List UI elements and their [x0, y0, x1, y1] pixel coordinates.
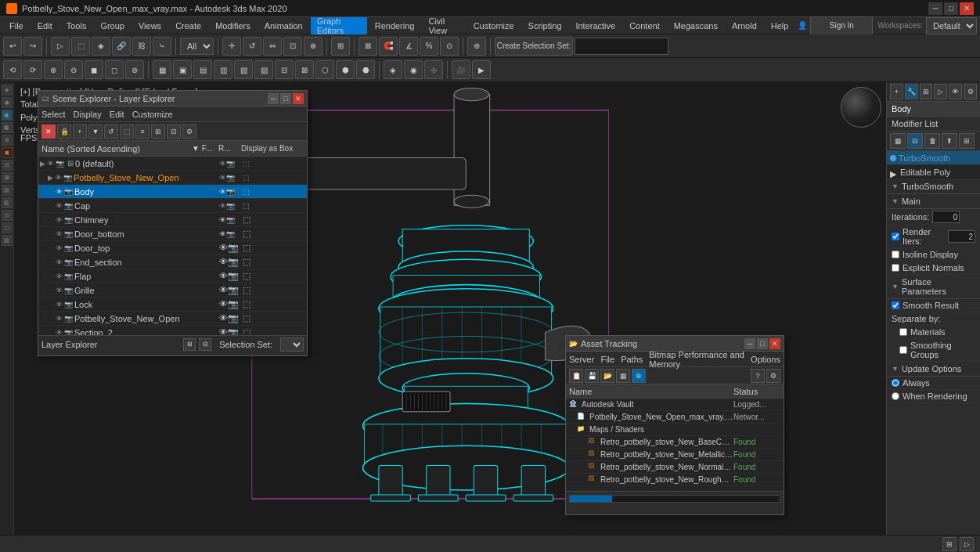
- tb2-btn8[interactable]: ▦: [153, 60, 171, 79]
- left-strip-icon-7[interactable]: ⊟: [2, 160, 13, 171]
- menu-civil-view[interactable]: Civil View: [422, 17, 465, 34]
- at-icon-3[interactable]: 📂: [600, 369, 614, 383]
- se-icon-close-x[interactable]: ✕: [41, 124, 56, 139]
- tb2-btn10[interactable]: ▤: [193, 60, 212, 79]
- bind-to-space-warp[interactable]: ⤷: [153, 37, 171, 56]
- smooth-result-checkbox[interactable]: [892, 301, 899, 309]
- maximize-button[interactable]: □: [944, 2, 958, 15]
- frp-create-icon[interactable]: +: [890, 84, 903, 99]
- at-icon-help[interactable]: ?: [751, 369, 765, 383]
- pivot-button[interactable]: ⊠: [358, 37, 377, 56]
- list-item[interactable]: 👁📷 Section_2 👁📷⬚: [38, 326, 307, 335]
- se-icon-expand[interactable]: ⊞: [151, 124, 165, 139]
- snap-toggle[interactable]: 🧲: [379, 37, 398, 56]
- sign-in-button[interactable]: Sign In: [810, 16, 873, 35]
- tb2-btn6[interactable]: ◻: [105, 60, 124, 79]
- list-item[interactable]: 👁 📷 Body 👁📷 ⬚: [38, 185, 307, 199]
- frp-mod-icon-tab5[interactable]: ⊞: [959, 133, 975, 149]
- materials-checkbox[interactable]: [899, 328, 907, 336]
- list-item[interactable]: 🖼 Retro_potbelly_stove_New_Roughness.png…: [566, 474, 784, 486]
- left-strip-icon-9[interactable]: ▤: [2, 185, 13, 196]
- se-footer-btn2[interactable]: ⊟: [199, 338, 211, 351]
- frp-update-options-header[interactable]: ▼ Update Options: [887, 362, 980, 377]
- tb2-btn17[interactable]: ⬢: [336, 60, 355, 79]
- frp-editablepoly-item[interactable]: ▶ Editable Poly: [887, 165, 980, 179]
- viewport[interactable]: [+] [Perspective] [User Defined] [Edged …: [14, 82, 886, 535]
- left-strip-icon-13[interactable]: ▧: [2, 235, 13, 246]
- status-grid-btn[interactable]: ⊞: [942, 537, 957, 551]
- list-item[interactable]: 👁📷 Grille 👁📷⬚: [38, 283, 307, 298]
- frp-main-header[interactable]: ▼ Main: [887, 194, 980, 209]
- list-item[interactable]: 🖼 Retro_potbelly_stove_New_Normal.png Fo…: [566, 461, 784, 474]
- menu-rendering[interactable]: Rendering: [369, 17, 421, 34]
- menu-arnold[interactable]: Arnold: [726, 17, 763, 34]
- at-icon-settings[interactable]: ⚙: [766, 369, 780, 383]
- menu-graph-editors[interactable]: Graph Editors: [311, 17, 367, 34]
- list-item[interactable]: 🏦 Autodesk Vault Logged...: [566, 399, 784, 411]
- se-icon-col[interactable]: ⬚: [120, 124, 134, 139]
- frp-turbosmooth-item[interactable]: TurboSmooth: [887, 151, 980, 165]
- list-item[interactable]: 📄 Potbelly_Stove_New_Open_max_vray.max N…: [566, 411, 784, 424]
- unlink-button[interactable]: ⛓: [132, 37, 151, 56]
- when-rendering-radio[interactable]: [892, 392, 899, 400]
- scale-button[interactable]: ⇔: [263, 37, 282, 56]
- menu-create[interactable]: Create: [169, 17, 207, 34]
- tb2-btn14[interactable]: ⊟: [275, 60, 294, 79]
- menu-views[interactable]: Views: [132, 17, 168, 34]
- left-strip-icon-5[interactable]: ⊕: [2, 135, 13, 146]
- left-strip-icon-2[interactable]: ◉: [2, 97, 13, 108]
- frp-surface-params-header[interactable]: ▼ Surface Parameters: [887, 275, 980, 299]
- se-icon-refresh[interactable]: ↺: [104, 124, 118, 139]
- left-strip-icon-6[interactable]: ◼: [2, 147, 13, 158]
- select-button[interactable]: ▷: [51, 37, 70, 56]
- angle-snap[interactable]: ∡: [399, 37, 418, 56]
- se-menu-customize[interactable]: Customize: [132, 110, 173, 119]
- list-item[interactable]: 🖼 Retro_potbelly_stove_New_Metallic.png …: [566, 449, 784, 461]
- link-button[interactable]: 🔗: [112, 37, 131, 56]
- se-menu-display[interactable]: Display: [74, 110, 102, 119]
- se-icon-sort[interactable]: ≡: [135, 124, 150, 139]
- menu-content[interactable]: Content: [623, 17, 666, 34]
- at-close-button[interactable]: ✕: [769, 338, 780, 349]
- tb2-render-prod[interactable]: ▶: [472, 60, 491, 79]
- list-item[interactable]: 📁 Maps / Shaders: [566, 424, 784, 436]
- left-strip-icon-12[interactable]: ◻: [2, 222, 13, 233]
- minimize-button[interactable]: ─: [928, 2, 942, 15]
- select-and-scale-btn[interactable]: ⊡: [283, 37, 302, 56]
- explicit-normals-checkbox[interactable]: [892, 264, 899, 272]
- se-icon-lock[interactable]: 🔒: [57, 124, 71, 139]
- list-item[interactable]: 🖼 Retro_potbelly_stove_New_BaseColor.png…: [566, 436, 784, 449]
- tb2-btn3[interactable]: ⊕: [44, 60, 63, 79]
- tb2-btn12[interactable]: ▧: [234, 60, 253, 79]
- tb2-btn7[interactable]: ⊛: [125, 60, 144, 79]
- left-strip-icon-8[interactable]: ⊠: [2, 172, 13, 183]
- se-footer-btn1[interactable]: ⊞: [183, 338, 196, 351]
- at-restore-button[interactable]: □: [757, 338, 768, 349]
- list-item[interactable]: 👁📷 Chimney 👁📷⬚: [38, 213, 307, 227]
- tb2-btn4[interactable]: ⊖: [64, 60, 83, 79]
- workspaces-dropdown[interactable]: Default: [926, 17, 977, 34]
- frp-mod-icon-tab1[interactable]: ▦: [890, 133, 906, 149]
- tb2-btn5[interactable]: ◼: [85, 60, 103, 79]
- list-item[interactable]: ▶ 👁 📷 ⊞ 0 (default) 👁📷 ⬚: [38, 157, 307, 171]
- menu-interactive[interactable]: Interactive: [569, 17, 622, 34]
- filter-dropdown[interactable]: All: [180, 38, 214, 55]
- menu-file[interactable]: File: [3, 17, 30, 34]
- render-iters-input[interactable]: [948, 230, 975, 243]
- menu-modifiers[interactable]: Modifiers: [209, 17, 257, 34]
- se-selection-set-dropdown[interactable]: [280, 337, 304, 352]
- smoothing-groups-checkbox[interactable]: [899, 346, 907, 354]
- menu-group[interactable]: Group: [94, 17, 131, 34]
- menu-customize[interactable]: Customize: [467, 17, 521, 34]
- tb2-btn20[interactable]: ◉: [404, 60, 423, 79]
- at-menu-server[interactable]: Server: [569, 355, 594, 364]
- material-preview-sphere[interactable]: [841, 87, 881, 128]
- frp-mod-icon-tab3[interactable]: 🗑: [924, 133, 940, 149]
- list-item[interactable]: 👁📷 Door_top 👁📷⬚: [38, 241, 307, 255]
- tb2-btn16[interactable]: ⬡: [315, 60, 334, 79]
- tb2-open-render[interactable]: 🎥: [452, 60, 470, 79]
- se-menu-edit[interactable]: Edit: [110, 110, 124, 119]
- ref-coord-button[interactable]: ⊞: [331, 37, 350, 56]
- redo-button[interactable]: ↪: [23, 37, 42, 56]
- frp-display-icon[interactable]: 👁: [949, 84, 962, 99]
